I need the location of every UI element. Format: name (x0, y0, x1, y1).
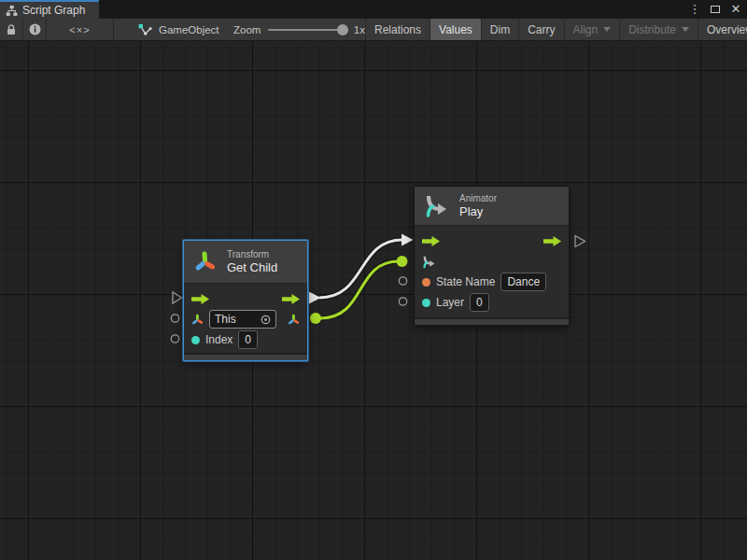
tab-script-graph[interactable]: Script Graph (0, 0, 99, 19)
node-header[interactable]: Transform Get Child (184, 241, 307, 284)
align-label: Align (573, 23, 599, 36)
node-body: State Name Dance Layer 0 (415, 226, 569, 317)
maximize-icon[interactable] (708, 0, 723, 19)
graph-toolbar: <×> GameObject Zoom 1x Relations Values … (0, 19, 747, 41)
lock-button[interactable] (0, 19, 23, 40)
integer-port-icon[interactable] (191, 336, 200, 344)
tab-title: Script Graph (22, 4, 85, 17)
node-title: Get Child (227, 260, 277, 275)
value-input-port[interactable] (399, 298, 406, 305)
transform-icon (193, 250, 217, 273)
zoom-slider[interactable] (268, 29, 345, 31)
graph-canvas[interactable]: Transform Get Child (0, 42, 747, 560)
value-wire[interactable] (320, 261, 399, 318)
flow-input-port[interactable] (173, 292, 182, 303)
value-input-port[interactable] (171, 315, 178, 322)
overview-button[interactable]: Overview (698, 19, 747, 40)
value-wire-shadow (320, 261, 399, 318)
graph-node-icon (138, 23, 152, 36)
node-body: This (184, 284, 307, 353)
flow-wire-end-arrow[interactable] (402, 234, 414, 246)
node-header[interactable]: Animator Play (415, 187, 569, 226)
graph-owner-section[interactable]: GameObject (114, 19, 224, 40)
zoom-label: Zoom (233, 24, 261, 35)
flow-wire-start-arrow[interactable] (309, 292, 321, 304)
animator-icon (424, 193, 449, 218)
flow-output-port[interactable] (575, 236, 585, 247)
info-icon (29, 23, 41, 35)
node-play[interactable]: Animator Play (414, 186, 570, 326)
distribute-dropdown[interactable]: Distribute (620, 19, 698, 40)
object-picker-icon[interactable] (261, 315, 271, 325)
state-name-label: State Name (436, 275, 495, 288)
layer-field[interactable]: 0 (470, 293, 489, 312)
layer-label: Layer (436, 296, 464, 309)
align-dropdown[interactable]: Align (565, 19, 621, 40)
index-label: Index (205, 333, 233, 346)
node-type-label: Animator (459, 192, 497, 204)
menu-dots-icon[interactable]: ⋮ (687, 0, 702, 19)
transform-port-icon[interactable] (191, 314, 204, 326)
graph-owner-label: GameObject (159, 24, 219, 35)
info-button[interactable] (23, 19, 47, 40)
zoom-slider-knob[interactable] (337, 24, 348, 35)
relations-button[interactable]: Relations (366, 19, 430, 40)
node-title: Play (459, 204, 497, 219)
value-wire-start-dot[interactable] (310, 313, 321, 324)
this-field-value: This (215, 312, 236, 327)
value-input-port[interactable] (399, 277, 406, 285)
zoom-value: 1x (354, 24, 365, 35)
state-name-field[interactable]: Dance (500, 273, 546, 291)
close-icon[interactable]: ✕ (728, 0, 743, 19)
script-graph-window: Script Graph ⋮ ✕ (0, 0, 747, 560)
this-object-field[interactable]: This (209, 310, 276, 329)
flow-wire[interactable] (319, 240, 402, 298)
integer-port-icon[interactable] (422, 299, 430, 307)
node-type-label: Transform (227, 248, 277, 260)
string-port-icon[interactable] (422, 278, 430, 287)
zoom-control: Zoom 1x (224, 19, 366, 40)
flow-wire-shadow (319, 240, 402, 298)
code-view-button[interactable]: <×> (47, 19, 114, 40)
dim-button[interactable]: Dim (482, 19, 519, 40)
node-footer (415, 317, 569, 325)
flow-out-arrow-icon[interactable] (282, 294, 300, 304)
transform-output-port-icon[interactable] (288, 314, 300, 326)
flow-in-arrow-icon[interactable] (191, 294, 209, 304)
lock-icon (7, 24, 16, 35)
carry-button[interactable]: Carry (519, 19, 564, 40)
values-button[interactable]: Values (430, 19, 482, 40)
animator-port-icon[interactable] (422, 255, 436, 269)
chevron-down-icon (603, 27, 611, 32)
value-input-port[interactable] (171, 335, 178, 343)
flow-out-arrow-icon[interactable] (543, 236, 561, 246)
index-field[interactable]: 0 (238, 330, 258, 349)
distribute-label: Distribute (628, 23, 676, 36)
connections-layer (0, 42, 747, 560)
value-wire-end-dot[interactable] (397, 256, 408, 267)
chevron-down-icon (682, 27, 689, 32)
flow-in-arrow-icon[interactable] (422, 236, 440, 246)
graph-hierarchy-icon (6, 5, 18, 17)
node-get-child[interactable]: Transform Get Child (183, 240, 308, 361)
node-footer (184, 353, 307, 360)
tab-bar: Script Graph ⋮ ✕ (0, 0, 747, 19)
window-controls: ⋮ ✕ (687, 0, 745, 19)
